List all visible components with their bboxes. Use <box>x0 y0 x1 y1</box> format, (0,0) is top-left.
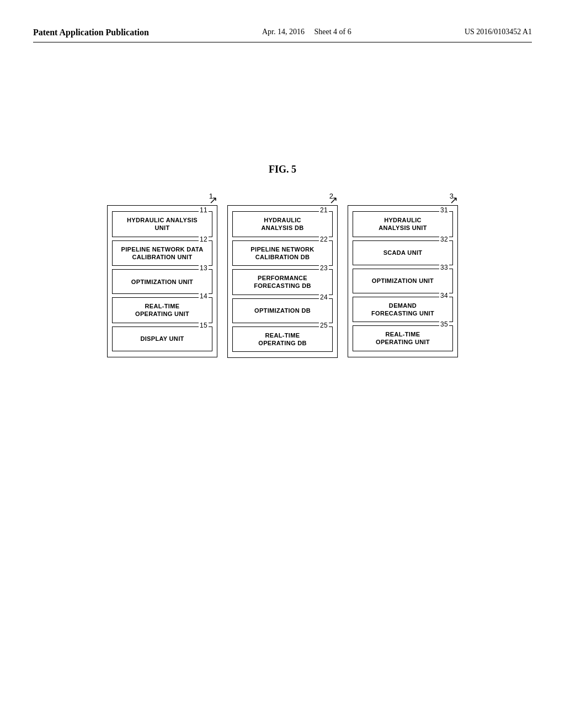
box-34: 34 DEMANDFORECASTING UNIT <box>353 297 453 323</box>
box-22: 22 PIPELINE NETWORKCALIBRATION DB <box>232 240 333 266</box>
box34-number: 34 <box>439 292 449 301</box>
column-1: 1 ↗ 11 HYDRAULIC ANALYSISUNIT 12 PIPELIN… <box>107 192 217 357</box>
box-24: 24 OPTIMIZATION DB <box>232 298 333 323</box>
box25-number: 25 <box>319 322 329 330</box>
box23-number: 23 <box>319 264 329 273</box>
patent-number-label: US 2016/0103452 A1 <box>465 28 532 36</box>
col1-bracket: 1 ↗ <box>107 192 217 205</box>
box21-number: 21 <box>319 206 329 215</box>
box13-number: 13 <box>199 264 209 273</box>
box-31: 31 HYDRAULICANALYSIS UNIT <box>353 211 453 237</box>
publication-label: Patent Application Publication <box>33 28 149 38</box>
box-21: 21 HYDRAULICANALYSIS DB <box>232 211 333 237</box>
date-label: Apr. 14, 2016 <box>262 28 305 36</box>
figure-title: FIG. 5 <box>33 164 532 175</box>
box-11: 11 HYDRAULIC ANALYSISUNIT <box>112 211 212 237</box>
box33-number: 33 <box>439 264 449 272</box>
box-35: 35 REAL-TIMEOPERATING UNIT <box>353 325 453 351</box>
col3-border: 31 HYDRAULICANALYSIS UNIT 32 SCADA UNIT … <box>348 205 458 357</box>
box-12: 12 PIPELINE NETWORK DATACALIBRATION UNIT <box>112 240 212 266</box>
box14-number: 14 <box>199 292 209 301</box>
box12-number: 12 <box>199 235 209 244</box>
col2-bracket: 2 ↗ <box>227 192 338 205</box>
page-header: Patent Application Publication Apr. 14, … <box>33 28 532 42</box>
box24-number: 24 <box>319 293 329 302</box>
box-32: 32 SCADA UNIT <box>353 240 453 265</box>
box35-number: 35 <box>439 320 449 329</box>
page: Patent Application Publication Apr. 14, … <box>0 0 565 728</box>
date-sheet-label: Apr. 14, 2016 Sheet 4 of 6 <box>262 28 351 36</box>
box22-number: 22 <box>319 235 329 244</box>
col2-border: 21 HYDRAULICANALYSIS DB 22 PIPELINE NETW… <box>227 205 338 358</box>
box-14: 14 REAL-TIMEOPERATING UNIT <box>112 297 212 323</box>
box-23: 23 PERFORMANCEFORECASTING DB <box>232 269 333 295</box>
box31-number: 31 <box>439 206 449 215</box>
column-3: 3 ↗ 31 HYDRAULICANALYSIS UNIT 32 SCADA U… <box>348 192 458 357</box>
box15-number: 15 <box>199 322 209 330</box>
diagram: 1 ↗ 11 HYDRAULIC ANALYSISUNIT 12 PIPELIN… <box>33 192 532 358</box>
box-33: 33 OPTIMIZATION UNIT <box>353 269 453 293</box>
box11-number: 11 <box>199 206 209 215</box>
box32-number: 32 <box>439 235 449 244</box>
box-15: 15 DISPLAY UNIT <box>112 326 212 351</box>
col1-border: 11 HYDRAULIC ANALYSISUNIT 12 PIPELINE NE… <box>107 205 217 357</box>
box-13: 13 OPTIMIZATION UNIT <box>112 269 212 294</box>
col3-bracket: 3 ↗ <box>348 192 458 205</box>
sheet-label: Sheet 4 of 6 <box>314 28 351 36</box>
box-25: 25 REAL-TIMEOPERATING DB <box>232 326 333 352</box>
column-2: 2 ↗ 21 HYDRAULICANALYSIS DB 22 PIPELINE … <box>227 192 338 358</box>
